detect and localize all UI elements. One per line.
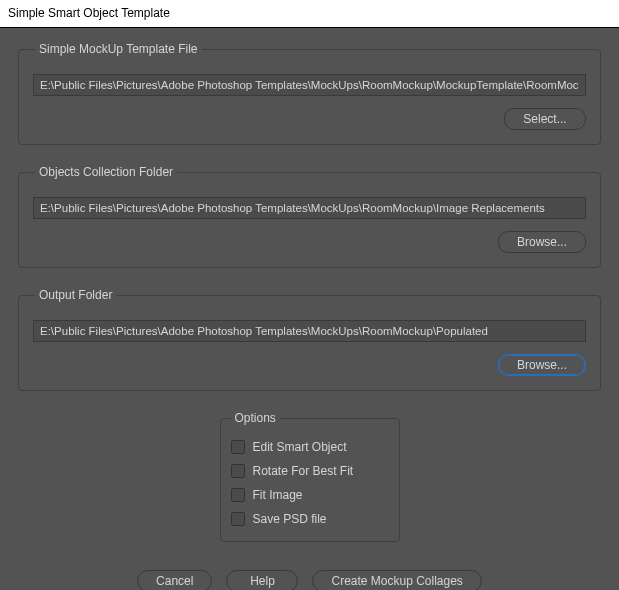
output-folder-path-input[interactable] (33, 320, 586, 342)
collection-folder-group: Objects Collection Folder Browse... (18, 165, 601, 268)
collection-folder-legend: Objects Collection Folder (35, 165, 177, 179)
output-folder-legend: Output Folder (35, 288, 116, 302)
help-button[interactable]: Help (226, 570, 298, 590)
checkbox-edit-smart-object[interactable] (231, 440, 245, 454)
option-row-edit-smart-object: Edit Smart Object (231, 435, 389, 459)
browse-output-button[interactable]: Browse... (498, 354, 586, 376)
cancel-button[interactable]: Cancel (137, 570, 212, 590)
label-save-psd[interactable]: Save PSD file (253, 512, 327, 526)
window-title: Simple Smart Object Template (8, 6, 170, 20)
dialog-window: Simple Smart Object Template Simple Mock… (0, 0, 619, 590)
option-row-save-psd: Save PSD file (231, 507, 389, 531)
output-button-row: Browse... (33, 354, 586, 376)
option-row-rotate-best-fit: Rotate For Best Fit (231, 459, 389, 483)
bottom-button-row: Cancel Help Create Mockup Collages (18, 570, 601, 590)
checkbox-rotate-best-fit[interactable] (231, 464, 245, 478)
template-file-group: Simple MockUp Template File Select... (18, 42, 601, 145)
collection-button-row: Browse... (33, 231, 586, 253)
label-rotate-best-fit[interactable]: Rotate For Best Fit (253, 464, 354, 478)
template-file-path-input[interactable] (33, 74, 586, 96)
output-folder-group: Output Folder Browse... (18, 288, 601, 391)
titlebar: Simple Smart Object Template (0, 0, 619, 28)
select-template-button[interactable]: Select... (504, 108, 586, 130)
template-file-legend: Simple MockUp Template File (35, 42, 202, 56)
checkbox-save-psd[interactable] (231, 512, 245, 526)
template-button-row: Select... (33, 108, 586, 130)
collection-folder-path-input[interactable] (33, 197, 586, 219)
dialog-content: Simple MockUp Template File Select... Ob… (0, 28, 619, 590)
options-group: Options Edit Smart Object Rotate For Bes… (220, 411, 400, 542)
checkbox-fit-image[interactable] (231, 488, 245, 502)
option-row-fit-image: Fit Image (231, 483, 389, 507)
create-mockup-collages-button[interactable]: Create Mockup Collages (312, 570, 481, 590)
label-edit-smart-object[interactable]: Edit Smart Object (253, 440, 347, 454)
label-fit-image[interactable]: Fit Image (253, 488, 303, 502)
options-legend: Options (231, 411, 280, 425)
browse-collection-button[interactable]: Browse... (498, 231, 586, 253)
